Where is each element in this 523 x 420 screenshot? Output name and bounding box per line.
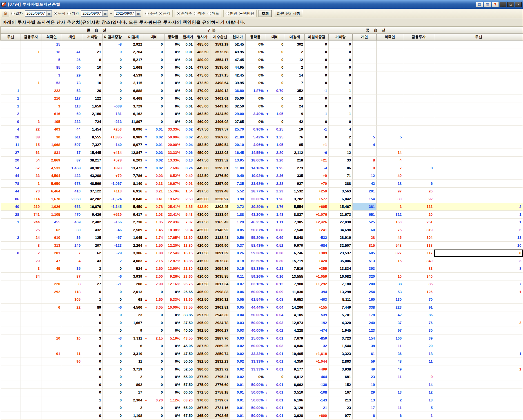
cell-index-conv[interactable]: 2906.27 [210,327,230,334]
cell-put-volume[interactable]: 4 [329,125,353,133]
cell-strike[interactable]: 465.00 [194,102,210,110]
cell-put-finance[interactable]: 13 [403,396,434,404]
cell-put-individual[interactable] [353,110,377,118]
cell-put-price[interactable]: 0.01 [230,388,246,396]
cell-call-individual[interactable]: 11 [62,350,82,358]
cell-put-finance[interactable]: 319 [403,226,434,234]
cell-put-volume[interactable]: 7,180 [329,280,353,288]
cell-put-individual[interactable]: 651 [353,211,377,219]
cell-put-price[interactable]: 0.04 [230,311,246,319]
cell-put-individual[interactable]: 513 [353,257,377,265]
cell-put-individual[interactable]: 200 [353,280,377,288]
chart-window-button[interactable]: ▤ [476,2,483,7]
cell-put-price[interactable]: 11.80 [230,164,246,172]
cell-strike[interactable]: 452.50 [194,141,210,149]
cell-strike[interactable]: 390.00 [194,334,210,342]
cell-call-change[interactable]: ▼0.01 [144,141,164,149]
cell-index-conv[interactable]: 3183.94 [210,211,230,219]
cell-put-foreign[interactable]: 97 [377,187,403,195]
cell-put-foreign[interactable] [377,110,403,118]
cell-call-finance[interactable] [21,87,41,95]
cell-call-invtrust[interactable] [1,41,21,48]
cell-call-price[interactable]: 18.85 [182,257,194,265]
cell-call-price[interactable]: 0.01 [182,41,194,48]
cell-call-change[interactable]: 0 [144,358,164,365]
cell-call-oi-change[interactable]: 0 [103,296,123,304]
cell-call-oi[interactable]: 6,203 [123,156,144,164]
cell-call-price[interactable]: 0.02 [182,133,194,141]
cell-put-individual[interactable] [353,79,377,87]
cell-call-change[interactable]: ▼0.03 [144,149,164,157]
cell-put-oi-change[interactable]: +1,044 [305,358,329,365]
cell-call-price[interactable]: 21.30 [182,265,194,273]
cell-call-invtrust[interactable]: 8 [1,249,21,257]
cell-call-price[interactable]: 33.85 [182,311,194,319]
cell-call-invtrust[interactable] [1,373,21,381]
cell-put-finance[interactable] [403,133,434,141]
cell-call-invtrust[interactable] [1,296,21,304]
cell-call-invtrust[interactable] [1,327,21,334]
cell-call-oi-change[interactable]: -1,624 [103,195,123,203]
cell-call-finance[interactable] [21,64,41,71]
cell-call-oi-change[interactable]: -29 [103,249,123,257]
cell-call-foreign[interactable]: 85 [41,64,62,71]
cell-put-oi[interactable]: 4,846 [285,342,305,350]
cell-call-volume[interactable]: 8,555 [82,133,103,141]
cell-put-invtrust[interactable]: 2 [434,203,523,211]
cell-call-oi-change[interactable]: 0 [103,327,123,334]
cell-call-change[interactable]: 0 [144,110,164,118]
cell-put-foreign[interactable] [377,265,403,273]
cell-put-invtrust[interactable] [434,358,523,365]
cell-call-change-rate[interactable]: 16.67% [164,180,182,188]
cell-put-change-rate[interactable]: 25.00% [246,334,265,342]
radio-quantity-circle[interactable] [145,12,149,15]
cell-put-price[interactable]: 2.72 [230,203,246,211]
cell-put-price[interactable]: 13.95 [230,156,246,164]
cell-put-foreign[interactable]: 45 [377,234,403,242]
cell-call-oi-change[interactable]: 0 [103,311,123,319]
cell-call-oi[interactable]: 3,719 [123,365,144,373]
cell-put-finance[interactable]: 11 [403,358,434,365]
cell-put-oi-change[interactable]: -143 [305,396,329,404]
cell-put-finance[interactable]: 338 [403,242,434,250]
cell-index-conv[interactable]: 3276.50 [210,172,230,180]
cell-put-foreign[interactable]: 18 [377,180,403,188]
cell-call-individual[interactable]: 60 [62,64,82,71]
cell-call-oi-change[interactable]: 0 [103,388,123,396]
cell-call-foreign[interactable] [41,396,62,404]
cell-put-change-rate[interactable]: 50.00% [246,404,265,412]
cell-call-oi[interactable]: 7,786 [123,172,144,180]
cell-put-change-rate[interactable]: 19.92% [246,172,265,180]
cell-call-volume[interactable]: 432 [82,226,103,234]
cell-call-invtrust[interactable] [1,288,21,296]
cell-put-individual[interactable]: 17 [353,404,377,412]
cell-call-change-rate[interactable]: 0% [164,64,182,71]
cell-call-finance[interactable] [21,102,41,110]
cell-call-invtrust[interactable] [1,311,21,319]
cell-strike[interactable]: 472.50 [194,79,210,87]
cell-call-change[interactable]: ▲1.80 [144,249,164,257]
cell-put-volume[interactable]: 34,698 [329,226,353,234]
cell-call-foreign[interactable]: 216 [41,95,62,102]
cell-put-price[interactable]: 0.06 [230,288,246,296]
cell-call-oi[interactable]: 9,417 [123,211,144,219]
cell-put-oi-change[interactable]: -474 [305,327,329,334]
cell-call-finance[interactable] [21,319,41,327]
cell-put-foreign[interactable]: 97 [377,327,403,334]
cell-call-change-rate[interactable]: 25.41% [164,203,182,211]
radio-buy-circle[interactable] [194,12,197,15]
cell-call-invtrust[interactable]: 1 [1,95,21,102]
cell-put-price[interactable]: 44.95 [230,64,246,71]
cell-put-finance[interactable]: 70 [403,296,434,304]
cell-call-volume[interactable]: 724 [82,118,103,126]
cell-put-invtrust[interactable]: 1 [434,365,523,373]
cell-call-oi-change[interactable]: 0 [103,64,123,71]
cell-call-change[interactable]: 0 [144,412,164,420]
cell-put-volume[interactable]: 0 [329,71,353,79]
cell-call-price[interactable]: 0.06 [182,149,194,157]
cell-put-invtrust[interactable]: 8 [434,265,523,273]
cell-put-volume[interactable]: 0 [329,41,353,48]
cell-call-change[interactable]: 0 [144,404,164,412]
cell-call-invtrust[interactable] [1,226,21,234]
cell-call-volume[interactable]: 125 [82,234,103,242]
